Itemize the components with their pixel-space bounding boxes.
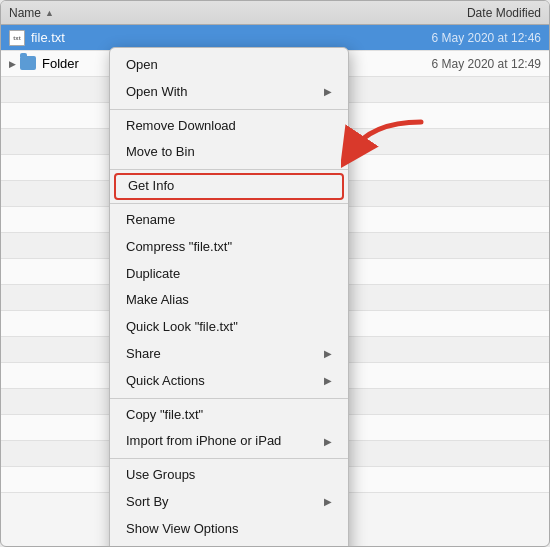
menu-label: Import from iPhone or iPad [126, 431, 281, 452]
menu-item-get-info[interactable]: Get Info [114, 173, 344, 200]
column-name-header[interactable]: Name ▲ [9, 6, 381, 20]
menu-label: Rename [126, 210, 175, 231]
column-name-label: Name [9, 6, 41, 20]
menu-item-rename[interactable]: Rename [110, 207, 348, 234]
menu-item-open-with[interactable]: Open With ▶ [110, 79, 348, 106]
menu-item-use-groups[interactable]: Use Groups [110, 462, 348, 489]
menu-label: Open [126, 55, 158, 76]
column-header: Name ▲ Date Modified [1, 1, 549, 25]
menu-item-share[interactable]: Share ▶ [110, 341, 348, 368]
menu-label: Copy "file.txt" [126, 405, 203, 426]
menu-label: Make Alias [126, 290, 189, 311]
menu-item-duplicate[interactable]: Duplicate [110, 261, 348, 288]
folder-icon [20, 56, 36, 70]
file-type-icon: txt [9, 30, 25, 46]
menu-item-quick-look[interactable]: Quick Look "file.txt" [110, 314, 348, 341]
menu-label: Sort By [126, 492, 169, 513]
menu-separator [110, 458, 348, 459]
expand-arrow-icon: ▶ [9, 59, 16, 69]
menu-item-quick-actions[interactable]: Quick Actions ▶ [110, 368, 348, 395]
sort-arrow-icon: ▲ [45, 8, 54, 18]
column-date-header: Date Modified [381, 6, 541, 20]
menu-label: Remove Download [126, 116, 236, 137]
menu-item-sort-by[interactable]: Sort By ▶ [110, 489, 348, 516]
menu-item-remove-download[interactable]: Remove Download [110, 113, 348, 140]
menu-label: Show View Options [126, 519, 239, 540]
menu-item-open[interactable]: Open [110, 52, 348, 79]
folder-date-label: 6 May 2020 at 12:49 [381, 57, 541, 71]
submenu-arrow-icon: ▶ [324, 84, 332, 100]
submenu-arrow-icon: ▶ [324, 494, 332, 510]
menu-label: Get Info [128, 176, 174, 197]
menu-item-import[interactable]: Import from iPhone or iPad ▶ [110, 428, 348, 455]
menu-item-make-alias[interactable]: Make Alias [110, 287, 348, 314]
menu-separator [110, 398, 348, 399]
submenu-arrow-icon: ▶ [324, 434, 332, 450]
file-name-label: file.txt [31, 30, 381, 45]
menu-label: Move to Bin [126, 142, 195, 163]
menu-item-show-view-options[interactable]: Show View Options [110, 516, 348, 543]
file-list: txt file.txt 6 May 2020 at 12:46 ▶ Folde… [1, 25, 549, 546]
menu-label: Quick Look "file.txt" [126, 317, 238, 338]
menu-separator [110, 109, 348, 110]
menu-separator [110, 169, 348, 170]
menu-label: Quick Actions [126, 371, 205, 392]
menu-label: Compress "file.txt" [126, 237, 232, 258]
menu-separator [110, 203, 348, 204]
file-date-label: 6 May 2020 at 12:46 [381, 31, 541, 45]
txt-icon: txt [9, 30, 25, 46]
folder-type-icon [20, 56, 36, 72]
finder-window: Name ▲ Date Modified txt file.txt 6 May … [0, 0, 550, 547]
menu-label: Duplicate [126, 264, 180, 285]
context-menu: Open Open With ▶ Remove Download Move to… [109, 47, 349, 546]
menu-label: Use Groups [126, 465, 195, 486]
submenu-arrow-icon: ▶ [324, 346, 332, 362]
menu-item-copy[interactable]: Copy "file.txt" [110, 402, 348, 429]
menu-label: Share [126, 344, 161, 365]
submenu-arrow-icon: ▶ [324, 373, 332, 389]
menu-item-move-to-bin[interactable]: Move to Bin [110, 139, 348, 166]
menu-item-compress[interactable]: Compress "file.txt" [110, 234, 348, 261]
menu-label: Open With [126, 82, 187, 103]
